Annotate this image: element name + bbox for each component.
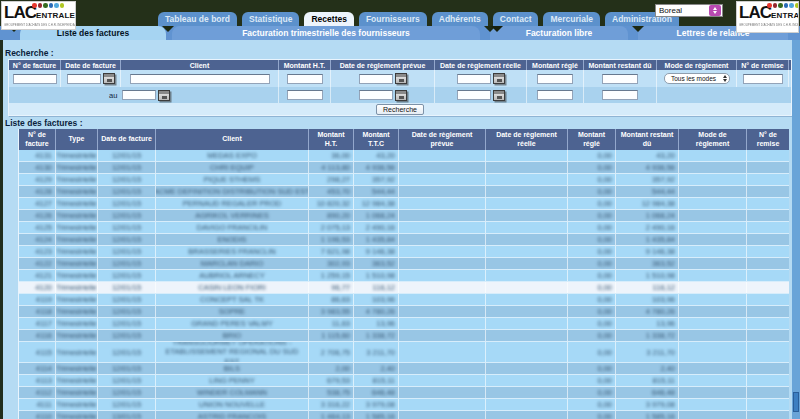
subtab-facturation-trimestrielle[interactable]: Facturation trimestrielle des fournisseu… [172, 26, 480, 40]
invoice-cell-num: 4131 [19, 150, 56, 161]
invoice-cell-remise [747, 294, 789, 305]
invoice-row[interactable]: 4130Trimestrielle12/01/15CHRI EQUIP4 113… [19, 162, 789, 174]
invoice-row[interactable]: 4129Trimestrielle12/01/15PIQUE STHEMS298… [19, 174, 789, 186]
tab-fournisseurs[interactable]: Fournisseurs [359, 12, 427, 26]
invoice-cell-regle: 0,00 [568, 270, 616, 281]
mode-reglement-select[interactable]: Tous les modes [664, 73, 730, 84]
invoice-row[interactable]: 4110Trimestrielle13/01/15ASTRID FRANCOIS… [19, 411, 789, 419]
invoice-cell-prevue [399, 222, 486, 233]
input-montant-ht[interactable] [287, 74, 323, 84]
invoice-cell-mode [679, 150, 747, 161]
invoice-row[interactable]: 4118Trimestrielle12/01/15SOPRE3 983,554 … [19, 306, 789, 318]
invoice-cell-num: 4121 [19, 270, 56, 281]
invoice-cell-date: 12/01/15 [98, 222, 156, 233]
scrollbar[interactable] [792, 40, 800, 419]
invoice-row[interactable]: 4119Trimestrielle12/01/15CONCEPT SAL TK8… [19, 294, 789, 306]
invoice-cell-date: 12/01/15 [98, 330, 156, 341]
input-num-facture[interactable] [13, 74, 57, 84]
invoice-cell-reelle [486, 150, 568, 161]
invoice-cell-ht: 36,00 [309, 150, 354, 161]
invoice-cell-ttc: 544,44 [354, 186, 399, 197]
subtab-facturation-libre[interactable]: Facturation libre [490, 26, 628, 40]
invoice-cell-reelle [486, 330, 568, 341]
invoice-row[interactable]: 4122Trimestrielle12/01/15MARCLAN DARIO30… [19, 258, 789, 270]
search-col-client: Client [121, 60, 279, 70]
invoice-cell-restant: 13,96 [616, 318, 679, 329]
invoice-cell-num: 4110 [19, 411, 56, 419]
brand-dot-icon [795, 3, 800, 8]
brand-dot-icon [43, 3, 48, 8]
invoice-cell-prevue [399, 318, 486, 329]
scrollbar-thumb[interactable] [793, 392, 799, 412]
calendar-icon[interactable] [103, 73, 115, 84]
input-date-reelle-debut[interactable] [457, 74, 491, 84]
input-date-prevue-debut[interactable] [359, 74, 393, 84]
invoice-cell-num: 4123 [19, 246, 56, 257]
invoice-row[interactable]: 4124Trimestrielle12/01/15ENODIS1 196,531… [19, 234, 789, 246]
invoice-row[interactable]: 4115Trimestrielle12/01/15TRANSGOURMET OP… [19, 342, 789, 363]
invoice-row[interactable]: 4111Trimestrielle12/01/15UNION NOUVELLE3… [19, 399, 789, 411]
input-montant-ht-max[interactable] [287, 90, 323, 100]
invoice-row[interactable]: 4120Trimestrielle12/01/15CASIN LEON FIOR… [19, 282, 789, 294]
invoice-cell-ttc: 2,40 [354, 363, 399, 374]
input-date-facture-debut[interactable] [67, 74, 101, 84]
input-montant-regle[interactable] [537, 74, 573, 84]
input-client[interactable] [130, 74, 270, 84]
invoice-row[interactable]: 4112Trimestrielle12/01/15WINDER COLMANN5… [19, 387, 789, 399]
input-date-reelle-fin[interactable] [457, 90, 491, 100]
invoice-cell-reelle [486, 222, 568, 233]
invoice-row[interactable]: 4127Trimestrielle12/01/15PERNAUD REGALER… [19, 198, 789, 210]
invoice-row[interactable]: 4126Trimestrielle12/01/15AGRIKOL VERRINE… [19, 210, 789, 222]
tab-notch-icon [632, 26, 644, 32]
invoice-cell-reelle [486, 411, 568, 419]
invoice-row[interactable]: 4121Trimestrielle12/01/15AUBRIOL ARNECY1… [19, 270, 789, 282]
tab-tableau-de-bord[interactable]: Tableau de bord [158, 12, 237, 26]
invoice-row[interactable]: 4114Trimestrielle12/01/15BILS2,002,400,0… [19, 363, 789, 375]
search-col-montant-restant: Montant restant dû [584, 60, 657, 70]
invoice-cell-ht: 2 075,13 [309, 222, 354, 233]
invoice-cell-type: Trimestrielle [56, 150, 98, 161]
search-col-date-prevue: Date de règlement prévue [331, 60, 435, 70]
invoice-cell-mode [679, 258, 747, 269]
calendar-icon[interactable] [493, 73, 505, 84]
input-num-remise[interactable] [743, 74, 783, 84]
input-montant-restant[interactable] [602, 74, 638, 84]
tab-contact[interactable]: Contact [493, 12, 539, 26]
calendar-icon[interactable] [395, 73, 407, 84]
invoice-cell-type: Trimestrielle [56, 387, 98, 398]
invoice-cell-prevue [399, 363, 486, 374]
input-montant-restant-max[interactable] [602, 90, 638, 100]
invoice-cell-reelle [486, 186, 568, 197]
invoice-cell-restant: 363,52 [616, 258, 679, 269]
calendar-icon[interactable] [158, 90, 170, 101]
search-submit-button[interactable]: Recherche [376, 104, 424, 115]
store-select[interactable]: Boreal [655, 4, 723, 17]
tab-statistique[interactable]: Statistique [242, 12, 299, 26]
invoice-cell-type: Trimestrielle [56, 270, 98, 281]
invoice-row[interactable]: 4113Trimestrielle12/01/15LING PENNY679,5… [19, 375, 789, 387]
input-montant-regle-max[interactable] [537, 90, 573, 100]
input-date-prevue-fin[interactable] [359, 90, 393, 100]
invoice-cell-remise [747, 162, 789, 173]
invoice-row[interactable]: 4116Trimestrielle12/01/15BRIO1 115,601 3… [19, 330, 789, 342]
brand-dot-icon [38, 3, 43, 8]
invoice-cell-mode [679, 330, 747, 341]
calendar-icon[interactable] [395, 90, 407, 101]
invoice-cell-restant: 12 984,38 [616, 198, 679, 209]
invoice-row[interactable]: 4131Trimestrielle12/01/15MEDAS EXPO36,00… [19, 150, 789, 162]
invoice-cell-restant: 4 936,56 [616, 162, 679, 173]
invoice-cell-date: 12/01/15 [98, 294, 156, 305]
tab-mercuriale[interactable]: Mercuriale [543, 12, 600, 26]
invoice-row[interactable]: 4117Trimestrielle12/01/15GRAND PERES VAL… [19, 318, 789, 330]
calendar-icon[interactable] [493, 90, 505, 101]
tab-recettes[interactable]: Recettes [304, 12, 353, 26]
tab-adherents[interactable]: Adhérents [432, 12, 488, 26]
invoice-cell-remise [747, 222, 789, 233]
store-select-value: Boreal [656, 6, 709, 15]
invoice-row[interactable]: 4128Trimestrielle12/01/15ACME DEFINITION… [19, 186, 789, 198]
invoice-row[interactable]: 4125Trimestrielle12/01/15DAVIGO FRANCILI… [19, 222, 789, 234]
invoice-cell-date: 12/01/15 [98, 342, 156, 362]
invoice-row[interactable]: 4123Trimestrielle12/01/15BRASSERIES FRAN… [19, 246, 789, 258]
input-date-facture-fin[interactable] [122, 90, 156, 100]
invoice-cell-remise [747, 318, 789, 329]
